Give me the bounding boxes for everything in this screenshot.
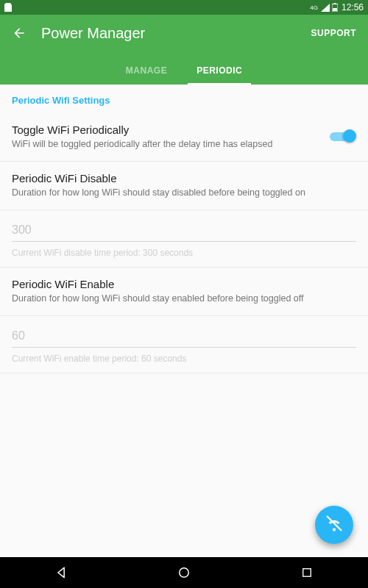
svg-rect-4 xyxy=(302,569,311,577)
status-bar: 4G 12:56 xyxy=(0,0,368,15)
enable-value-row[interactable]: 60 Current WiFi enable time period: 60 s… xyxy=(0,316,368,373)
enable-hint: Current WiFi enable time period: 60 seco… xyxy=(12,354,356,364)
fab-button[interactable] xyxy=(315,506,353,544)
toggle-wifi-row[interactable]: Toggle WiFi Periodically WiFi will be to… xyxy=(0,113,368,162)
nav-home[interactable] xyxy=(155,557,213,588)
disable-value-row[interactable]: 300 Current WiFi disable time period: 30… xyxy=(0,210,368,268)
toggle-wifi-title: Toggle WiFi Periodically xyxy=(12,123,318,136)
content: Periodic Wifi Settings Toggle WiFi Perio… xyxy=(0,85,368,373)
disable-row[interactable]: Periodic WiFi Disable Duration for how l… xyxy=(0,162,368,210)
back-button[interactable] xyxy=(12,26,26,40)
nav-back[interactable] xyxy=(32,557,91,588)
battery-icon xyxy=(332,3,338,12)
section-header: Periodic Wifi Settings xyxy=(0,85,368,113)
toggle-wifi-desc: WiFi will be toggled periodically after … xyxy=(12,138,318,151)
disable-desc: Duration for how long WiFi should stay d… xyxy=(12,187,356,199)
tab-bar: MANAGE PERIODIC xyxy=(0,51,368,85)
toggle-wifi-switch[interactable] xyxy=(330,129,356,144)
app-bar: Power Manager SUPPORT MANAGE PERIODIC xyxy=(0,15,368,85)
tab-manage[interactable]: MANAGE xyxy=(111,65,182,85)
svg-rect-2 xyxy=(333,8,337,11)
wifi-off-icon xyxy=(325,514,344,536)
disable-value: 300 xyxy=(12,223,356,242)
clock: 12:56 xyxy=(342,2,364,12)
sim-icon xyxy=(4,3,12,12)
enable-value: 60 xyxy=(12,329,356,348)
svg-rect-1 xyxy=(333,3,336,4)
support-button[interactable]: SUPPORT xyxy=(311,28,356,38)
disable-hint: Current WiFi disable time period: 300 se… xyxy=(12,248,356,258)
disable-title: Periodic WiFi Disable xyxy=(12,172,356,184)
enable-title: Periodic WiFi Enable xyxy=(12,278,356,290)
svg-point-3 xyxy=(180,568,189,578)
nav-bar xyxy=(0,557,368,588)
nav-recent[interactable] xyxy=(277,557,336,588)
app-title: Power Manager xyxy=(41,25,311,42)
network-label: 4G xyxy=(310,4,318,11)
tab-periodic[interactable]: PERIODIC xyxy=(182,65,257,85)
cellular-icon xyxy=(321,4,330,12)
enable-desc: Duration for how long WiFi should stay e… xyxy=(12,293,356,305)
enable-row[interactable]: Periodic WiFi Enable Duration for how lo… xyxy=(0,268,368,316)
